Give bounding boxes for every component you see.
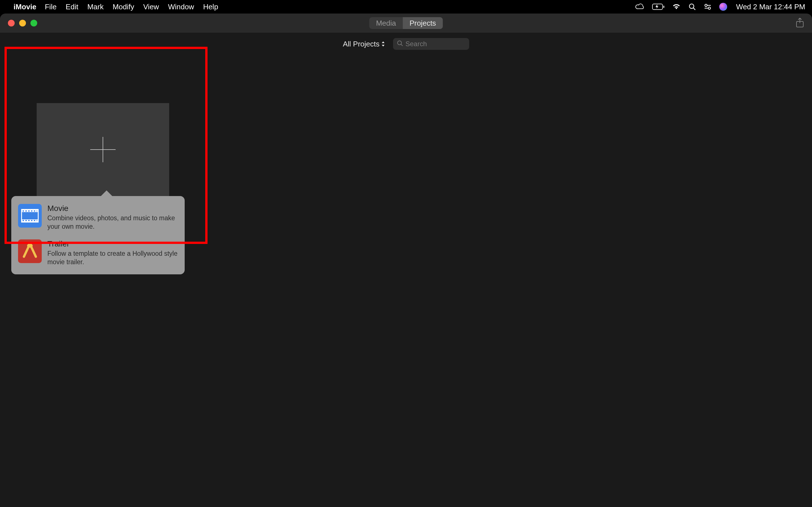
svg-point-2	[689, 4, 694, 8]
search-icon	[397, 40, 403, 48]
create-movie-title: Movie	[47, 204, 178, 213]
battery-icon[interactable]	[652, 4, 665, 10]
svg-point-6	[398, 41, 402, 45]
window-close-button[interactable]	[8, 20, 15, 26]
create-new-tile[interactable]	[37, 103, 169, 196]
menubar-edit[interactable]: Edit	[66, 3, 79, 11]
create-movie-option[interactable]: Movie Combine videos, photos, and music …	[18, 202, 178, 233]
create-trailer-option[interactable]: Trailer Follow a template to create a Ho…	[18, 237, 178, 269]
tab-media[interactable]: Media	[369, 17, 403, 29]
svg-rect-1	[663, 6, 664, 8]
projects-filter-label: All Projects	[343, 40, 379, 48]
create-new-popover: Movie Combine videos, photos, and music …	[11, 196, 185, 274]
window-titlebar: Media Projects	[0, 13, 812, 33]
share-button[interactable]	[796, 17, 804, 29]
projects-filter-dropdown[interactable]: All Projects	[343, 40, 385, 48]
search-field[interactable]	[393, 38, 469, 50]
wifi-icon[interactable]	[672, 3, 681, 10]
window-controls	[8, 20, 37, 26]
siri-icon[interactable]	[719, 3, 727, 11]
menubar-modify[interactable]: Modify	[112, 3, 134, 11]
search-input[interactable]	[405, 40, 490, 48]
menubar-datetime[interactable]: Wed 2 Mar 12:44 PM	[736, 3, 805, 11]
create-movie-desc: Combine videos, photos, and music to mak…	[47, 214, 178, 231]
svg-point-4	[708, 7, 711, 9]
menubar-view[interactable]: View	[143, 3, 159, 11]
updown-icon	[381, 41, 385, 47]
movie-icon	[18, 204, 42, 228]
plus-icon	[90, 137, 116, 162]
window-zoom-button[interactable]	[31, 20, 37, 26]
spotlight-icon[interactable]	[688, 3, 696, 11]
control-center-icon[interactable]	[703, 3, 712, 10]
macos-menubar: iMovie File Edit Mark Modify View Window…	[0, 0, 812, 13]
projects-content: Movie Combine videos, photos, and music …	[0, 55, 812, 202]
tab-projects[interactable]: Projects	[403, 17, 443, 29]
menubar-help[interactable]: Help	[203, 3, 218, 11]
menubar-app-name[interactable]: iMovie	[13, 3, 36, 11]
create-trailer-desc: Follow a template to create a Hollywood …	[47, 249, 178, 267]
projects-subtoolbar: All Projects	[0, 33, 812, 55]
creative-cloud-icon[interactable]	[635, 3, 645, 10]
svg-point-3	[705, 4, 707, 6]
view-tabs: Media Projects	[369, 17, 443, 29]
create-trailer-title: Trailer	[47, 239, 178, 248]
menubar-file[interactable]: File	[45, 3, 57, 11]
trailer-icon	[18, 239, 42, 263]
window-minimize-button[interactable]	[19, 20, 26, 26]
menubar-window[interactable]: Window	[168, 3, 194, 11]
menubar-mark[interactable]: Mark	[87, 3, 104, 11]
imovie-window: Media Projects All Projects	[0, 13, 812, 507]
